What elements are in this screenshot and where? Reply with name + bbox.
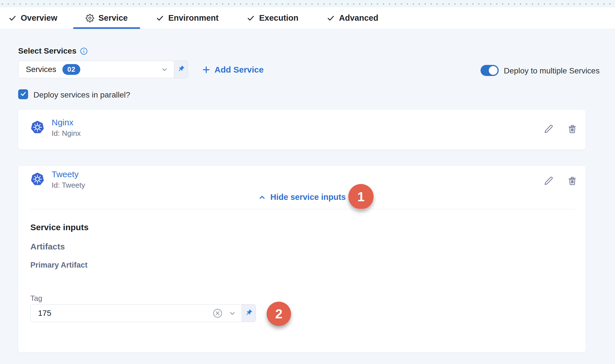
tab-overview[interactable]: Overview (9, 7, 57, 29)
services-dropdown-value: Services (26, 65, 56, 74)
kubernetes-icon (31, 172, 44, 186)
service-config-screen: Overview Service Environment Execution A… (0, 0, 615, 364)
pin-icon (177, 65, 185, 74)
pin-runtime-input-button[interactable] (174, 61, 188, 78)
check-icon (247, 14, 255, 22)
gear-icon (86, 14, 94, 22)
service-inputs-title: Service inputs (30, 223, 89, 232)
edit-icon[interactable] (544, 176, 554, 186)
clear-icon[interactable] (212, 308, 223, 319)
service-id-text: Id: Tweety (52, 181, 85, 190)
select-services-label: Select Services (18, 46, 88, 56)
tab-label: Environment (168, 13, 218, 23)
delete-icon[interactable] (567, 176, 577, 186)
service-id-text: Id: Nginx (52, 129, 81, 138)
check-icon (327, 14, 335, 22)
tab-environment[interactable]: Environment (156, 7, 218, 29)
tag-input[interactable] (31, 304, 212, 322)
tab-label: Execution (259, 13, 298, 23)
tab-label: Service (98, 13, 128, 23)
service-card-nginx: Nginx Id: Nginx (18, 110, 586, 149)
check-icon (156, 14, 164, 22)
check-icon (9, 14, 16, 22)
tag-field (30, 304, 256, 322)
delete-icon[interactable] (567, 124, 577, 134)
service-card-tweety: Tweety Id: Tweety Hide service inputs 1 … (18, 166, 586, 352)
tab-label: Advanced (339, 13, 378, 23)
edit-icon[interactable] (544, 124, 554, 134)
check-icon (20, 90, 27, 98)
services-count-badge: 02 (62, 64, 80, 75)
pipeline-dotted-line (2, 3, 615, 5)
tag-label: Tag (30, 294, 42, 303)
deploy-parallel-checkbox[interactable] (18, 89, 28, 99)
hide-service-inputs-label: Hide service inputs (270, 192, 346, 202)
tab-label: Overview (21, 13, 57, 23)
pin-runtime-input-button[interactable] (242, 304, 256, 322)
toggle-knob (489, 66, 498, 75)
add-service-label: Add Service (214, 65, 264, 75)
plus-icon (202, 65, 210, 74)
chevron-up-icon (258, 193, 266, 201)
deploy-parallel-label: Deploy services in parallel? (33, 90, 130, 100)
services-dropdown-main[interactable]: Services 02 (18, 61, 174, 78)
stage-tabbar: Overview Service Environment Execution A… (0, 7, 615, 29)
annotation-number: 1 (357, 189, 365, 204)
tab-service[interactable]: Service (86, 7, 128, 29)
tab-execution[interactable]: Execution (247, 7, 298, 29)
pin-icon (245, 309, 252, 318)
annotation-step-2: 2 (267, 302, 291, 326)
hide-service-inputs-link[interactable]: Hide service inputs (18, 192, 586, 202)
card-divider (30, 209, 575, 209)
pipeline-edge-strip (0, 0, 615, 7)
service-name-link[interactable]: Tweety (52, 170, 79, 179)
annotation-number: 2 (275, 306, 283, 321)
annotation-step-1: 1 (348, 184, 374, 209)
primary-artifact-title: Primary Artifact (30, 261, 88, 270)
add-service-button[interactable]: Add Service (202, 64, 264, 75)
select-services-text: Select Services (18, 46, 77, 56)
deploy-multiple-toggle[interactable] (481, 65, 499, 76)
chevron-down-icon[interactable] (161, 66, 168, 73)
services-dropdown[interactable]: Services 02 (18, 61, 188, 78)
chevron-down-icon[interactable] (229, 310, 236, 317)
deploy-multiple-label: Deploy to multiple Services (504, 66, 600, 75)
artifacts-title: Artifacts (30, 242, 65, 251)
service-name-link[interactable]: Nginx (52, 118, 73, 127)
tab-advanced[interactable]: Advanced (327, 7, 378, 29)
kubernetes-icon (31, 120, 44, 134)
info-icon[interactable] (80, 47, 88, 55)
